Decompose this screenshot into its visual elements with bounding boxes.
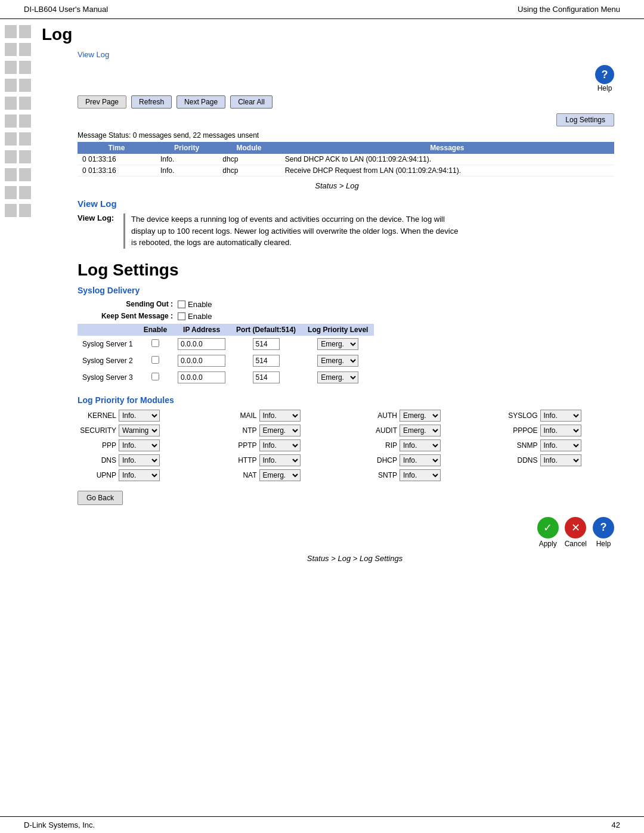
- help-icon: ?: [595, 65, 614, 84]
- snmp-select[interactable]: Info.Emerg.Warning: [540, 439, 581, 451]
- col-time: Time: [78, 142, 156, 154]
- syslog-label: SYSLOG: [499, 411, 538, 420]
- apply-button[interactable]: ✓ Apply: [537, 517, 559, 548]
- syslog-server-row-3: Syslog Server 3 Emerg.Info.Warning: [78, 369, 374, 386]
- nat-select[interactable]: Emerg.Info.Warning: [259, 469, 301, 481]
- syslog-col-ip: IP Address: [173, 324, 230, 336]
- sntp-select[interactable]: Info.Emerg.Warning: [400, 469, 441, 481]
- sending-out-row: Sending Out : Enable: [78, 300, 632, 309]
- syslog-server-1-ip-input[interactable]: [178, 338, 225, 350]
- ppp-select[interactable]: Info.Emerg.Warning: [119, 439, 160, 451]
- upnp-label: UPNP: [78, 471, 116, 479]
- syslog-server-1-port-input[interactable]: [253, 338, 280, 350]
- http-label: HTTP: [218, 456, 257, 465]
- syslog-server-1-port: [230, 336, 302, 352]
- syslog-server-3-ip-input[interactable]: [178, 371, 225, 383]
- syslog-server-2-level: Emerg.Info.Warning: [302, 352, 374, 369]
- syslog-server-3-level-select[interactable]: Emerg.Info.Warning: [317, 371, 358, 383]
- kernel-select[interactable]: Info.Emerg.Warning: [119, 410, 160, 422]
- cancel-icon: ✕: [565, 517, 586, 538]
- syslog-server-2-ip-input[interactable]: [178, 355, 225, 367]
- rip-group: RIP Info.Emerg.Warning: [358, 439, 492, 451]
- log-settings-section: Log Settings Syslog Delivery Sending Out…: [78, 261, 632, 563]
- refresh-button[interactable]: Refresh: [131, 95, 172, 109]
- ppp-group: PPP Info.Emerg.Warning: [78, 439, 211, 451]
- sidebar-sq-1: [5, 25, 17, 38]
- clear-all-button[interactable]: Clear All: [230, 95, 273, 109]
- sending-out-checkbox[interactable]: [178, 301, 185, 308]
- syslog-server-1-level-select[interactable]: Emerg.Info.Warning: [317, 338, 358, 350]
- sidebar-sq-13: [5, 132, 17, 145]
- syslog-servers-table: Enable IP Address Port (Default:514) Log…: [78, 324, 374, 386]
- pptp-label: PPTP: [218, 441, 257, 450]
- pppoe-select[interactable]: Info.Emerg.Warning: [540, 425, 581, 436]
- bottom-help-button[interactable]: ? Help: [593, 517, 614, 548]
- content-area: Log View Log ? Help Prev Page Refresh Ne…: [0, 19, 644, 816]
- row2-priority: Info.: [156, 165, 218, 176]
- pppoe-group: PPPOE Info.Emerg.Warning: [499, 425, 633, 436]
- view-log-desc: View Log: The device keeps a running log…: [78, 213, 632, 249]
- row1-time: 0 01:33:16: [78, 154, 156, 165]
- syslog-server-2-checkbox[interactable]: [151, 356, 159, 364]
- sidebar-sq-18: [19, 168, 31, 181]
- table-row: 0 01:33:16 Info. dhcp Send DHCP ACK to L…: [78, 154, 614, 165]
- cancel-button[interactable]: ✕ Cancel: [565, 517, 587, 548]
- syslog-server-3-checkbox[interactable]: [151, 373, 159, 380]
- syslog-select[interactable]: Info.Emerg.Warning: [540, 410, 581, 422]
- help-button[interactable]: ? Help: [595, 65, 614, 92]
- syslog-col-enable: Enable: [138, 324, 173, 336]
- log-title: Log: [42, 25, 632, 44]
- sidebar-sq-9: [5, 97, 17, 110]
- prev-page-button[interactable]: Prev Page: [78, 95, 126, 109]
- syslog-server-2-name: Syslog Server 2: [78, 352, 138, 369]
- auth-select[interactable]: Emerg.Info.Warning: [400, 410, 441, 422]
- sidebar-sq-6: [19, 61, 31, 74]
- sidebar-sq-12: [19, 114, 31, 128]
- audit-select[interactable]: Emerg.Info.Warning: [400, 425, 441, 436]
- sidebar-sq-16: [19, 150, 31, 163]
- bottom-help-icon: ?: [593, 517, 614, 538]
- sntp-label: SNTP: [358, 471, 397, 479]
- go-back-button[interactable]: Go Back: [78, 491, 123, 505]
- syslog-server-2-port-input[interactable]: [253, 355, 280, 367]
- dns-select[interactable]: Info.Emerg.Warning: [119, 454, 160, 466]
- http-select[interactable]: Info.Emerg.Warning: [259, 454, 301, 466]
- nat-group: NAT Emerg.Info.Warning: [218, 469, 352, 481]
- ntp-select[interactable]: Emerg.Info.Warning: [259, 425, 301, 436]
- dhcp-select[interactable]: Info.Emerg.Warning: [400, 454, 441, 466]
- next-page-button[interactable]: Next Page: [177, 95, 225, 109]
- rip-select[interactable]: Info.Emerg.Warning: [400, 439, 441, 451]
- message-status-label: Message Status:: [78, 131, 131, 140]
- syslog-server-1-checkbox[interactable]: [151, 339, 159, 347]
- audit-group: AUDIT Emerg.Info.Warning: [358, 425, 492, 436]
- pptp-select[interactable]: Info.Emerg.Warning: [259, 439, 301, 451]
- syslog-col-port: Port (Default:514): [230, 324, 302, 336]
- ppp-label: PPP: [78, 441, 116, 450]
- dns-group: DNS Info.Emerg.Warning: [78, 454, 211, 466]
- log-table-area: Message Status: 0 messages send, 22 mess…: [78, 131, 614, 176]
- sidebar-sq-11: [5, 114, 17, 128]
- row1-module: dhcp: [218, 154, 280, 165]
- syslog-server-3-port-input[interactable]: [253, 371, 280, 383]
- log-caption: Status > Log: [42, 181, 632, 190]
- syslog-server-3-name: Syslog Server 3: [78, 369, 138, 386]
- syslog-server-row-1: Syslog Server 1 Emerg.Info.Warning: [78, 336, 374, 352]
- security-group: SECURITY WarningInfo.Emerg.: [78, 425, 211, 436]
- row2-time: 0 01:33:16: [78, 165, 156, 176]
- mail-label: MAIL: [218, 411, 257, 420]
- view-log-link[interactable]: View Log: [78, 50, 632, 59]
- ddns-select[interactable]: Info.Emerg.Warning: [540, 454, 581, 466]
- log-settings-button[interactable]: Log Settings: [556, 113, 614, 126]
- header-right: Using the Configuration Menu: [518, 5, 620, 14]
- mail-select[interactable]: Info.Emerg.Warning: [259, 410, 301, 422]
- keep-sent-label: Keep Sent Message :: [78, 312, 173, 320]
- snmp-group: SNMP Info.Emerg.Warning: [499, 439, 633, 451]
- log-table: Time Priority Module Messages 0 01:33:16…: [78, 142, 614, 176]
- syslog-server-3-port: [230, 369, 302, 386]
- syslog-server-2-level-select[interactable]: Emerg.Info.Warning: [317, 355, 358, 367]
- keep-sent-checkbox[interactable]: [178, 312, 185, 320]
- nat-label: NAT: [218, 471, 257, 479]
- upnp-select[interactable]: Info.Emerg.Warning: [119, 469, 160, 481]
- security-select[interactable]: WarningInfo.Emerg.: [119, 425, 160, 436]
- message-status-value: 0 messages send, 22 messages unsent: [133, 131, 259, 140]
